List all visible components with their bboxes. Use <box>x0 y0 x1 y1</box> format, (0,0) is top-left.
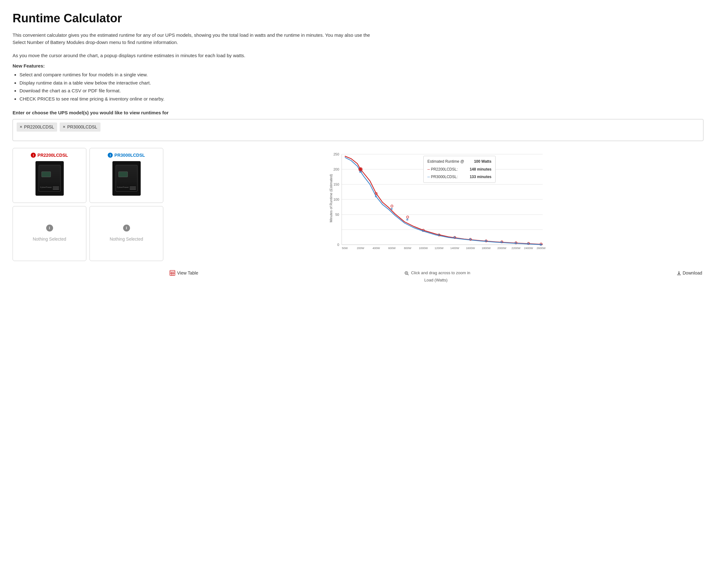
download-icon <box>677 271 681 275</box>
svg-rect-45 <box>422 230 424 232</box>
svg-rect-43 <box>391 208 393 210</box>
ups-vents-2 <box>130 187 136 190</box>
zoom-icon <box>404 271 409 275</box>
zoom-label: Click and drag across to zoom in <box>411 270 470 275</box>
remove-pr2200-icon[interactable]: × <box>20 124 22 130</box>
x-axis-label: Load (Watts) <box>168 277 703 283</box>
svg-rect-46 <box>438 234 440 236</box>
svg-point-31 <box>391 205 393 207</box>
svg-text:250: 250 <box>334 152 339 156</box>
model-card-empty-2: i Nothing Selected <box>89 206 163 261</box>
chart-container[interactable]: 250 200 150 100 50 0 Minutes of Runtime … <box>168 148 703 267</box>
svg-text:1200W: 1200W <box>435 247 444 250</box>
svg-text:2200W: 2200W <box>511 247 521 250</box>
svg-text:100: 100 <box>334 197 339 201</box>
info-icon-gray-2: i <box>123 225 130 231</box>
svg-rect-47 <box>454 236 455 238</box>
model-card-empty-1: i Nothing Selected <box>13 206 86 261</box>
ups-image-pr3000: CyberPower <box>112 161 141 196</box>
ups-vents <box>53 187 59 190</box>
chart-tooltip: Estimated Runtime @ 100 Watts – PR2200LC… <box>423 156 496 190</box>
runtime-chart[interactable]: 250 200 150 100 50 0 Minutes of Runtime … <box>168 148 703 267</box>
zoom-hint: Click and drag across to zoom in <box>404 270 470 276</box>
svg-rect-52 <box>527 243 529 245</box>
model-tag-pr2200[interactable]: × PR2200LCDSL <box>17 123 57 132</box>
ups-screen-2 <box>119 171 128 177</box>
cursor-note: As you move the cursor around the chart,… <box>13 52 703 59</box>
svg-text:400W: 400W <box>373 247 380 250</box>
svg-point-32 <box>407 216 409 218</box>
svg-text:1800W: 1800W <box>482 247 491 250</box>
svg-text:2000W: 2000W <box>498 247 507 250</box>
model-tag-pr3000[interactable]: × PR3000LCDSL <box>60 123 100 132</box>
feature-item: Display runtime data in a table view bel… <box>19 80 703 87</box>
svg-point-54 <box>359 168 362 171</box>
svg-text:200W: 200W <box>357 247 364 250</box>
svg-rect-55 <box>170 270 175 275</box>
info-icon-blue[interactable]: i <box>108 153 113 158</box>
svg-text:600W: 600W <box>388 247 396 250</box>
page-title: Runtime Calculator <box>13 9 703 27</box>
chart-section: 250 200 150 100 50 0 Minutes of Runtime … <box>168 148 703 283</box>
svg-rect-51 <box>515 242 517 244</box>
svg-text:800W: 800W <box>404 247 412 250</box>
brand-text-2: CyberPower <box>117 186 129 189</box>
svg-text:150: 150 <box>334 183 339 186</box>
download-label: Download <box>683 270 702 276</box>
svg-text:200: 200 <box>334 167 339 171</box>
svg-rect-53 <box>540 244 542 246</box>
svg-text:50W: 50W <box>342 247 348 250</box>
choose-label: Enter or choose the UPS model(s) you wou… <box>13 109 703 117</box>
svg-text:0: 0 <box>337 243 339 247</box>
feature-item: Download the chart as a CSV or PDF file … <box>19 87 703 94</box>
view-table-label: View Table <box>177 270 198 276</box>
info-icon-gray-1: i <box>46 225 53 231</box>
svg-line-61 <box>407 274 409 275</box>
svg-text:2400W: 2400W <box>524 247 533 250</box>
svg-text:2600W: 2600W <box>537 247 546 250</box>
svg-text:50: 50 <box>335 213 339 216</box>
view-table-button[interactable]: View Table <box>170 270 198 276</box>
svg-rect-48 <box>469 238 471 240</box>
card-title-pr2200: i PR2200LCDSL <box>31 152 68 159</box>
nothing-selected-1: Nothing Selected <box>33 236 66 243</box>
brand-text: CyberPower <box>40 186 52 189</box>
model-card-pr3000: i PR3000LCDSL CyberPower <box>89 148 163 203</box>
download-button[interactable]: Download <box>677 270 702 276</box>
svg-rect-42 <box>375 195 377 197</box>
ups-image-pr2200: CyberPower <box>36 161 64 196</box>
new-features-label: New Features: <box>13 63 703 70</box>
card-title-pr3000: i PR3000LCDSL <box>108 152 145 159</box>
svg-text:1400W: 1400W <box>450 247 459 250</box>
bottom-section: i PR2200LCDSL CyberPower i PR300 <box>13 148 703 283</box>
svg-text:1000W: 1000W <box>419 247 428 250</box>
chart-footer: View Table Click and drag across to zoom… <box>168 270 703 276</box>
model-tag-label: PR2200LCDSL <box>24 124 54 130</box>
nothing-selected-2: Nothing Selected <box>110 236 143 243</box>
model-cards-grid: i PR2200LCDSL CyberPower i PR300 <box>13 148 163 261</box>
ups-screen <box>41 171 51 177</box>
feature-item: Select and compare runtimes for four mod… <box>19 71 703 79</box>
model-selector-box[interactable]: × PR2200LCDSL × PR3000LCDSL <box>13 119 703 141</box>
intro-text: This convenient calculator gives you the… <box>13 32 383 46</box>
remove-pr3000-icon[interactable]: × <box>63 124 65 130</box>
feature-item: CHECK PRICES to see real time pricing & … <box>19 96 703 103</box>
features-list: Select and compare runtimes for four mod… <box>13 71 703 102</box>
model-tag-label: PR3000LCDSL <box>67 124 97 130</box>
svg-rect-50 <box>501 241 503 243</box>
svg-rect-49 <box>485 240 487 242</box>
svg-text:1600W: 1600W <box>466 247 475 250</box>
table-icon <box>170 270 175 276</box>
model-card-pr2200: i PR2200LCDSL CyberPower <box>13 148 86 203</box>
info-icon-red[interactable]: i <box>31 153 36 158</box>
svg-text:Minutes of Runtime (Estimated): Minutes of Runtime (Estimated) <box>329 174 333 222</box>
svg-rect-44 <box>406 218 408 220</box>
